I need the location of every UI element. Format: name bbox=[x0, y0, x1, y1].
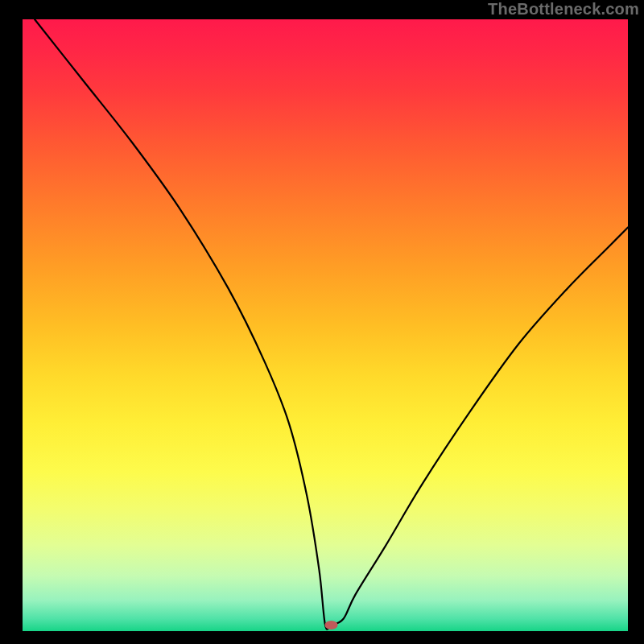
bottleneck-chart bbox=[0, 0, 644, 644]
watermark-text: TheBottleneck.com bbox=[488, 0, 639, 19]
optimum-marker bbox=[325, 621, 338, 630]
chart-frame: TheBottleneck.com bbox=[0, 0, 644, 644]
plot-background bbox=[23, 19, 628, 631]
